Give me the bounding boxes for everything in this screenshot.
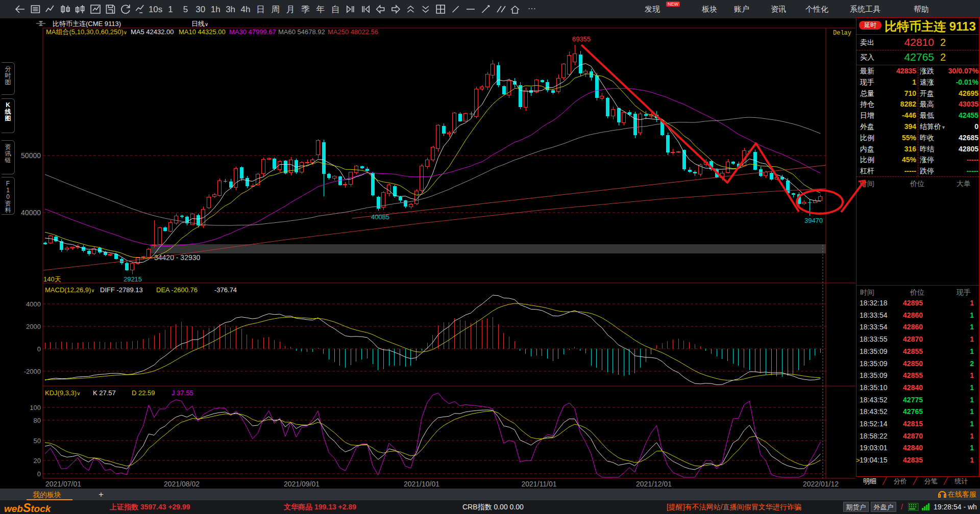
svg-text:2000: 2000 [26, 323, 41, 330]
svg-text:5: 5 [183, 5, 188, 14]
svg-text:K 27.57: K 27.57 [93, 389, 116, 397]
svg-text:30: 30 [195, 5, 205, 14]
svg-text:MA30 47999.67: MA30 47999.67 [229, 28, 276, 36]
svg-text:MA5 42432.00: MA5 42432.00 [131, 28, 174, 36]
svg-text:KDJ(9,3,3)∨: KDJ(9,3,3)∨ [45, 389, 80, 397]
svg-text:自: 自 [331, 5, 340, 14]
svg-text:-2000: -2000 [24, 368, 41, 375]
svg-text:10s: 10s [149, 5, 162, 14]
svg-text:J 37.55: J 37.55 [172, 389, 193, 397]
svg-text:39470: 39470 [804, 217, 823, 224]
svg-text:40000: 40000 [21, 209, 41, 217]
svg-text:2021/12/01: 2021/12/01 [636, 480, 672, 488]
svg-text:-376.74: -376.74 [214, 286, 237, 294]
svg-text:40085: 40085 [371, 213, 389, 221]
svg-text:周: 周 [271, 5, 280, 14]
svg-text:0: 0 [37, 345, 41, 353]
svg-text:34420 - 32930: 34420 - 32930 [154, 253, 201, 262]
svg-text:2021/11/01: 2021/11/01 [521, 480, 556, 488]
svg-text:···: ··· [528, 4, 536, 13]
svg-text:1: 1 [168, 5, 173, 14]
svg-text:MA组合(5,10,30,0,60,250)∨: MA组合(5,10,30,0,60,250)∨ [46, 28, 127, 36]
svg-text:年: 年 [316, 5, 325, 14]
svg-text:MA250 48022.56: MA250 48022.56 [328, 28, 378, 36]
svg-text:2021/09/01: 2021/09/01 [284, 480, 320, 488]
svg-text:4000: 4000 [26, 300, 41, 308]
svg-text:MA10 44325.00: MA10 44325.00 [179, 28, 226, 36]
svg-text:50000: 50000 [21, 151, 41, 160]
svg-text:DEA -2600.76: DEA -2600.76 [156, 286, 198, 294]
svg-text:2021/08/02: 2021/08/02 [164, 480, 200, 488]
svg-text:日: 日 [256, 5, 265, 14]
svg-text:50: 50 [34, 437, 41, 445]
svg-text:2021/07/01: 2021/07/01 [45, 480, 81, 488]
svg-text:DIFF -2789.13: DIFF -2789.13 [100, 286, 143, 294]
svg-text:D 22.59: D 22.59 [132, 389, 155, 397]
svg-text:20: 20 [34, 457, 41, 465]
svg-text:1h: 1h [211, 5, 220, 14]
svg-text:2021/10/01: 2021/10/01 [404, 480, 439, 488]
svg-text:2022/01/12: 2022/01/12 [803, 480, 839, 488]
svg-text:MA60 54678.92: MA60 54678.92 [278, 28, 325, 36]
svg-text:80: 80 [34, 417, 41, 424]
svg-text:MACD(12,26,9)∨: MACD(12,26,9)∨ [45, 286, 95, 294]
svg-text:140天: 140天 [43, 275, 61, 283]
svg-text:Delay: Delay [833, 30, 851, 37]
svg-text:3h: 3h [226, 5, 235, 14]
svg-text:4h: 4h [241, 5, 251, 14]
svg-text:100: 100 [30, 404, 41, 412]
svg-text:季: 季 [301, 5, 310, 14]
svg-text:69355: 69355 [572, 35, 591, 43]
svg-text:29215: 29215 [124, 275, 142, 283]
svg-text:0: 0 [37, 470, 41, 478]
svg-text:月: 月 [286, 5, 295, 14]
